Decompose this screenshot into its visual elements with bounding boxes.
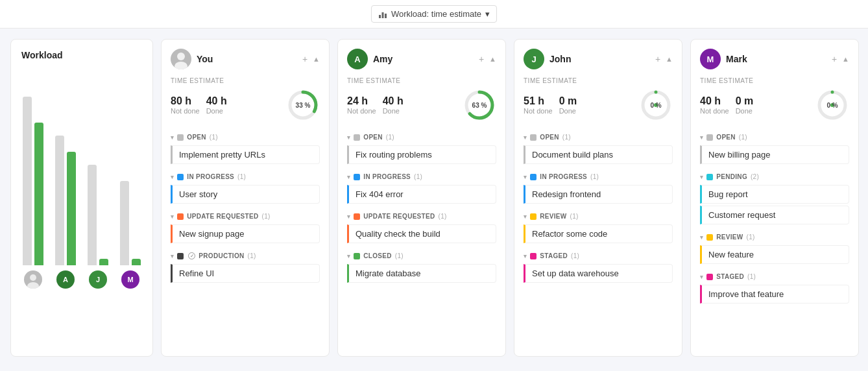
- group-count: (1): [237, 173, 246, 180]
- task-label: Set up data warehouse: [532, 269, 619, 278]
- task-item[interactable]: Refactor some code: [524, 224, 673, 243]
- donut-chart: 0 %: [639, 88, 673, 122]
- task-item[interactable]: New feature: [700, 245, 849, 264]
- group-count: (1): [590, 173, 599, 180]
- time-section: TIME ESTIMATE 24 h Not done 40 h Done: [347, 77, 496, 122]
- add-icon[interactable]: +: [832, 54, 837, 64]
- group-header-update-requested[interactable]: ▾ UPDATE REQUESTED (1): [347, 210, 496, 222]
- done-label: Done: [383, 107, 404, 115]
- group-color-dot: [530, 174, 536, 180]
- group-color-dot: [530, 134, 536, 141]
- svg-point-5: [177, 53, 185, 60]
- task-item[interactable]: Bug report: [700, 185, 849, 204]
- group-header-review[interactable]: ▾ REVIEW (1): [524, 210, 673, 222]
- add-icon[interactable]: +: [479, 54, 484, 64]
- task-item[interactable]: Fix 404 error: [347, 185, 496, 204]
- task-label: Redesign frontend: [532, 189, 601, 199]
- task-label: Implement pretty URLs: [179, 150, 265, 160]
- collapse-icon[interactable]: ▲: [666, 55, 673, 63]
- group-count: (1): [747, 233, 755, 241]
- group-color-dot: [354, 174, 360, 180]
- group-count: (1): [395, 252, 404, 259]
- chart-bar-john: J: [88, 71, 108, 289]
- time-row: 24 h Not done 40 h Done 63 %: [347, 88, 496, 122]
- group-header-in-progress[interactable]: ▾ IN PROGRESS (1): [524, 171, 673, 183]
- not-done-hours: 80 h: [171, 95, 200, 107]
- group-header-update-requested[interactable]: ▾ UPDATE REQUESTED (1): [171, 210, 320, 222]
- person-info: M Mark: [700, 49, 747, 69]
- group-header-open[interactable]: ▾ OPEN (1): [347, 131, 496, 143]
- collapse-icon[interactable]: ▲: [489, 55, 496, 63]
- add-icon[interactable]: +: [655, 54, 660, 64]
- person-column-john: J John + ▲ TIME ESTIMATE 51 h Not done 0…: [514, 39, 682, 357]
- group-header-open[interactable]: ▾ OPEN (1): [171, 131, 320, 143]
- task-item[interactable]: User story: [171, 185, 320, 204]
- person-actions[interactable]: + ▲: [479, 54, 496, 64]
- task-item[interactable]: Quality check the build: [347, 224, 496, 243]
- group-header-production[interactable]: ▾ ✓ PRODUCTION (1): [171, 250, 320, 262]
- task-item[interactable]: Migrate database: [347, 264, 496, 283]
- group-count: (1): [414, 173, 422, 180]
- group-header-in-progress[interactable]: ▾ IN PROGRESS (1): [347, 171, 496, 183]
- task-item[interactable]: Document build plans: [524, 145, 673, 164]
- workload-btn-label: Workload: time estimate: [391, 9, 481, 19]
- done-label: Done: [559, 107, 577, 115]
- person-column-amy: A Amy + ▲ TIME ESTIMATE 24 h Not done 40…: [337, 39, 506, 357]
- group-header-open[interactable]: ▾ OPEN (1): [700, 131, 849, 143]
- donut-label: 0 %: [650, 102, 661, 109]
- time-done: 0 m Done: [559, 95, 577, 115]
- task-item[interactable]: Improve that feature: [700, 285, 849, 304]
- task-item[interactable]: Fix routing problems: [347, 145, 496, 164]
- not-done-label: Not done: [700, 107, 729, 115]
- task-label: New billing page: [708, 150, 770, 160]
- task-item[interactable]: Set up data warehouse: [524, 264, 673, 283]
- task-group-in-progress: ▾ IN PROGRESS (1) Redesign frontend: [524, 171, 673, 204]
- add-icon[interactable]: +: [302, 54, 307, 64]
- group-header-in-progress[interactable]: ▾ IN PROGRESS (1): [171, 171, 320, 183]
- done-hours: 40 h: [206, 95, 227, 107]
- group-header-staged[interactable]: ▾ STAGED (1): [700, 270, 849, 283]
- time-label: TIME ESTIMATE: [524, 77, 673, 84]
- group-color-dot: [177, 134, 184, 141]
- person-name: You: [197, 54, 213, 64]
- group-label: STAGED: [716, 273, 744, 280]
- task-item[interactable]: Customer request: [700, 206, 849, 224]
- workload-title: Workload: [21, 50, 142, 60]
- donut-chart: 63 %: [463, 88, 496, 122]
- task-item[interactable]: Refine UI: [171, 264, 320, 283]
- done-label: Done: [206, 107, 227, 115]
- task-label: Document build plans: [532, 150, 613, 160]
- person-info: You: [171, 49, 213, 69]
- task-label: Bug report: [708, 189, 748, 199]
- task-label: New signup page: [179, 229, 244, 239]
- time-not-done: 51 h Not done: [524, 95, 553, 115]
- chart-bar-you: [23, 71, 43, 289]
- not-done-label: Not done: [347, 107, 376, 115]
- group-header-review[interactable]: ▾ REVIEW (1): [700, 231, 849, 243]
- person-info: J John: [524, 49, 571, 69]
- group-label: CLOSED: [363, 252, 391, 259]
- task-group-review: ▾ REVIEW (1) New feature: [700, 231, 849, 264]
- collapse-icon[interactable]: ▲: [313, 55, 320, 63]
- task-item[interactable]: New billing page: [700, 145, 849, 164]
- task-item[interactable]: New signup page: [171, 224, 320, 243]
- person-actions[interactable]: + ▲: [302, 54, 320, 64]
- group-count: (1): [739, 134, 747, 141]
- person-actions[interactable]: + ▲: [832, 54, 849, 64]
- bar-amy-gray: [55, 136, 64, 265]
- group-label: OPEN: [363, 134, 383, 141]
- chevron-icon: ▾: [171, 253, 174, 259]
- svg-rect-1: [381, 12, 383, 18]
- person-actions[interactable]: + ▲: [655, 54, 673, 64]
- chevron-icon: ▾: [524, 253, 527, 259]
- group-header-staged[interactable]: ▾ STAGED (1): [524, 250, 673, 262]
- task-item[interactable]: Redesign frontend: [524, 185, 673, 204]
- group-header-pending[interactable]: ▾ PENDING (2): [700, 171, 849, 183]
- task-label: Improve that feature: [708, 289, 784, 299]
- collapse-icon[interactable]: ▲: [842, 55, 849, 63]
- group-header-closed[interactable]: ▾ CLOSED (1): [347, 250, 496, 262]
- task-group-closed: ▾ CLOSED (1) Migrate database: [347, 250, 496, 283]
- group-header-open[interactable]: ▾ OPEN (1): [524, 131, 673, 143]
- task-item[interactable]: Implement pretty URLs: [171, 145, 320, 164]
- workload-btn[interactable]: Workload: time estimate ▾: [371, 5, 497, 23]
